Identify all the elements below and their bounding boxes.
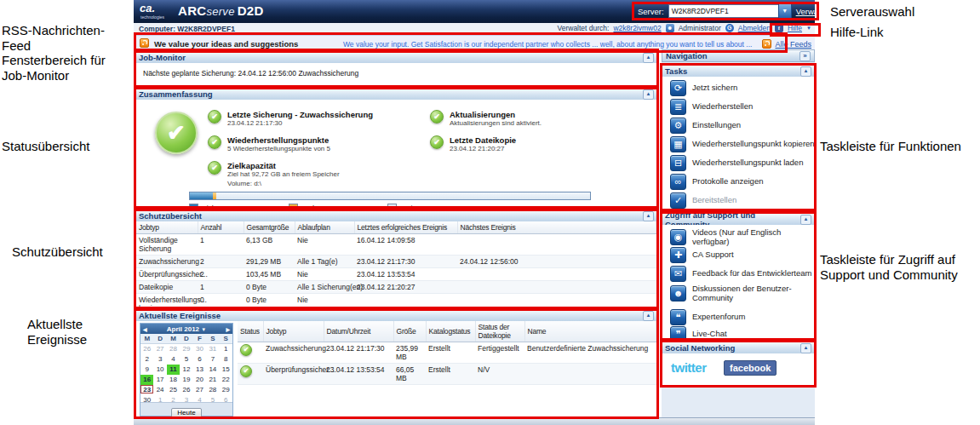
latest-events-panel: Aktuellste Ereignisse ▲ ◀ April 2012 ▼ ▶… bbox=[135, 309, 657, 417]
calendar-day[interactable]: 14 bbox=[206, 365, 219, 375]
calendar-day[interactable]: 10 bbox=[153, 365, 166, 375]
calendar-day[interactable]: 18 bbox=[167, 375, 180, 385]
calendar-day[interactable]: 6 bbox=[193, 354, 206, 365]
calendar-day[interactable]: 27 bbox=[193, 385, 206, 395]
facebook-logo[interactable]: facebook bbox=[724, 360, 777, 376]
task-settings[interactable]: ⚙ Einstellungen bbox=[670, 118, 741, 134]
task-view-logs[interactable]: ∞ Protokolle anzeigen bbox=[670, 174, 763, 190]
calendar-weekday: S bbox=[206, 334, 219, 344]
help-caret-icon[interactable]: ▼ bbox=[806, 26, 811, 31]
administrator-label: Administrator bbox=[679, 24, 721, 32]
collapse-icon[interactable]: ▲ bbox=[800, 66, 811, 77]
task-copy-recovery-point[interactable]: ▦ Wiederherstellungspunkt kopieren bbox=[670, 136, 815, 152]
calendar-day[interactable]: 4 bbox=[167, 354, 180, 365]
calendar-day[interactable]: 21 bbox=[206, 375, 219, 385]
task-deploy[interactable]: ✓ Bereitstellen bbox=[670, 192, 736, 209]
calendar-weekday: D bbox=[153, 334, 166, 344]
calendar-day[interactable]: 17 bbox=[153, 375, 166, 385]
collapse-icon[interactable]: ▲ bbox=[800, 215, 811, 225]
table-row: ✔ Überprüfungssicher... 23.04.12 13:53:5… bbox=[238, 364, 656, 385]
cell-naechstes: 24.04.12 12:56:00 bbox=[457, 256, 656, 268]
calendar-day[interactable]: 19 bbox=[180, 375, 192, 385]
twitter-logo[interactable]: twitter bbox=[671, 360, 707, 375]
table-row: Vollständige Sicherung 1 6,13 GB Nie 16.… bbox=[136, 234, 656, 256]
calendar-day[interactable]: 15 bbox=[220, 365, 232, 375]
support-expert-forum[interactable]: ❝ Expertenforum bbox=[670, 309, 745, 325]
job-monitor-panel: Job-Monitor ▲ Nächste geplante Sicherung… bbox=[135, 51, 657, 86]
cell-anzahl: 1 bbox=[198, 234, 244, 256]
summary-title: Zusammenfassung bbox=[139, 89, 213, 99]
calendar-day[interactable]: 29 bbox=[220, 385, 232, 395]
manage-link[interactable]: Verwalten bbox=[796, 7, 832, 16]
calendar-weekday: D bbox=[180, 334, 192, 344]
cell-letztes: 23.04.12 13:53:54 bbox=[354, 268, 457, 281]
support-community-discussions[interactable]: ☻ Diskussionen der Benutzer-Community bbox=[670, 284, 808, 303]
calendar-day[interactable]: 16 bbox=[140, 375, 153, 385]
support-videos[interactable]: ◉ Videos (Nur auf Englisch verfügbar) bbox=[670, 228, 814, 247]
calendar-day[interactable]: 7 bbox=[206, 354, 219, 365]
events-title: Aktuellste Ereignisse bbox=[139, 311, 221, 320]
collapse-icon[interactable]: ▲ bbox=[643, 53, 654, 63]
help-link[interactable]: Hilfe bbox=[788, 24, 802, 32]
product-logo-arc: ARC bbox=[178, 3, 206, 18]
support-ca-support[interactable]: ✚ CA Support bbox=[670, 247, 734, 263]
calendar-day[interactable]: 20 bbox=[193, 375, 206, 385]
calendar-day[interactable]: 12 bbox=[180, 365, 192, 375]
summary-item-detail: 23.04.12 21:20:27 bbox=[450, 145, 516, 153]
calendar-day[interactable]: 23 bbox=[140, 385, 153, 393]
calendar-next-icon[interactable]: ▶ bbox=[226, 326, 230, 332]
collapse-icon[interactable]: ▲ bbox=[800, 343, 811, 353]
all-feeds-link[interactable]: Alle Feeds bbox=[775, 40, 811, 49]
task-mount-recovery-point[interactable]: ⊟ Wiederherstellungspunkt laden bbox=[670, 155, 803, 171]
server-select[interactable]: W2K8R2DVPEF1 bbox=[668, 4, 779, 18]
chevron-down-icon[interactable]: ▼ bbox=[778, 3, 792, 19]
logout-link[interactable]: Abmelden bbox=[738, 24, 771, 32]
calendar-day[interactable]: 8 bbox=[220, 354, 232, 365]
support-live-chat[interactable]: ❞ Live-Chat bbox=[670, 326, 727, 342]
managed-by-link[interactable]: w2k8r2ivmw02 bbox=[613, 24, 661, 32]
calendar-day[interactable]: 5 bbox=[180, 354, 192, 365]
support-label: Videos (Nur auf Englisch verfügbar) bbox=[692, 228, 814, 247]
collapse-icon[interactable]: ▲ bbox=[643, 211, 654, 221]
calendar-day[interactable]: 24 bbox=[153, 385, 166, 395]
facebook-icon[interactable]: f bbox=[775, 24, 783, 32]
support-label: Live-Chat bbox=[692, 330, 727, 339]
cell-gesamtgroesse: 103,45 MB bbox=[244, 268, 295, 281]
calendar-day[interactable]: 26 bbox=[140, 344, 153, 354]
expand-right-icon[interactable]: » bbox=[799, 51, 811, 61]
summary-item-detail: 5 Wiederherstellungspunkte von 5 bbox=[227, 145, 330, 153]
event-ok-icon: ✔ bbox=[240, 365, 252, 377]
column-header: Jobtyp bbox=[136, 221, 198, 234]
column-header: Letztes erfolgreiches Ereignis bbox=[354, 221, 457, 234]
calendar-day[interactable]: 30 bbox=[193, 344, 206, 354]
user-icon: ☻ bbox=[666, 24, 674, 32]
calendar-day[interactable]: 27 bbox=[153, 344, 166, 354]
rss-message[interactable]: We value your input. Get Satisfaction is… bbox=[343, 40, 752, 49]
calendar-day[interactable]: 26 bbox=[180, 385, 192, 395]
support-feedback[interactable]: ✉ Feedback für das Entwicklerteam bbox=[670, 266, 811, 282]
calendar-day[interactable]: 2 bbox=[140, 354, 153, 365]
calendar-month-label[interactable]: April 2012 ▼ bbox=[147, 325, 226, 333]
cell-katalogstatus: Erstellt bbox=[426, 342, 475, 364]
calendar-day[interactable]: 13 bbox=[193, 365, 206, 375]
task-backup-now[interactable]: ⟳ Jetzt sichern bbox=[670, 80, 737, 96]
collapse-icon[interactable]: ▲ bbox=[643, 311, 654, 321]
calendar-day[interactable]: 11 bbox=[167, 365, 180, 375]
task-restore[interactable]: ≣ Wiederherstellen bbox=[670, 99, 753, 115]
summary-item-detail: Aktualisierungen sind aktiviert. bbox=[450, 119, 542, 128]
calendar-day[interactable]: 3 bbox=[153, 354, 166, 365]
ca-logo-subtitle: technologies bbox=[140, 14, 164, 20]
check-icon: ✔ bbox=[430, 135, 444, 149]
calendar-day[interactable]: 1 bbox=[220, 344, 232, 354]
calendar-day[interactable]: 28 bbox=[167, 344, 180, 354]
collapse-icon[interactable]: ▲ bbox=[643, 89, 654, 100]
capacity-backup-segment bbox=[190, 192, 213, 199]
calendar-day[interactable]: 9 bbox=[140, 365, 153, 375]
calendar-day[interactable]: 28 bbox=[206, 385, 219, 395]
calendar-day[interactable]: 29 bbox=[180, 344, 192, 354]
calendar-day[interactable]: 22 bbox=[220, 375, 232, 385]
calendar-day[interactable]: 25 bbox=[167, 385, 180, 395]
calendar-day[interactable]: 31 bbox=[206, 344, 219, 354]
column-header: Anzahl bbox=[198, 221, 244, 234]
column-header: Status bbox=[238, 321, 263, 342]
